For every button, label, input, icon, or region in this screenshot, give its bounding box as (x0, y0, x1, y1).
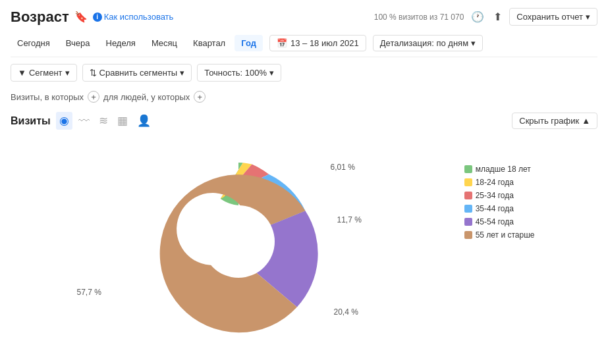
pct-label-55plus: 57,7 % (77, 288, 101, 297)
date-range-picker[interactable]: 📅 13 – 18 июл 2021 (269, 35, 366, 51)
filter-icon: ▼ (18, 68, 26, 78)
chevron-down-icon: ▾ (269, 68, 274, 78)
tab-today[interactable]: Сегодня (11, 35, 57, 51)
chart-type-bar[interactable]: ▦ (114, 112, 131, 130)
tab-quarter[interactable]: Квартал (186, 35, 232, 51)
date-tabs-row: Сегодня Вчера Неделя Месяц Квартал Год 📅… (11, 35, 597, 57)
tab-year[interactable]: Год (235, 35, 263, 51)
chevron-down-icon: ▾ (471, 38, 476, 48)
donut-chart (140, 143, 337, 340)
tab-week[interactable]: Неделя (99, 35, 142, 51)
header: Возраст 🔖 i Как использовать 100 % визит… (11, 8, 597, 26)
page-container: Возраст 🔖 i Как использовать 100 % визит… (0, 0, 608, 355)
legend-color-55plus (464, 231, 472, 239)
pct-label-35-44: 11,7 % (337, 215, 362, 224)
chart-area: 6,01 % 11,7 % 20,4 % 57,7 % младше 18 ле… (11, 136, 597, 347)
segment-filter-button[interactable]: ▼ Сегмент ▾ (11, 64, 77, 82)
save-report-button[interactable]: Сохранить отчет ▾ (509, 8, 597, 26)
header-right: 100 % визитов из 71 070 🕐 ⬆ Сохранить от… (374, 8, 597, 26)
filter-row: ▼ Сегмент ▾ ⇅ Сравнить сегменты ▾ Точнос… (11, 64, 597, 82)
legend-color-25-34 (464, 192, 472, 199)
legend-color-18-24 (464, 178, 472, 186)
info-icon: i (93, 13, 102, 22)
chevron-up-icon: ▲ (582, 116, 590, 126)
chart-type-line[interactable]: 〰 (75, 112, 93, 130)
metric-left: Визиты ◉ 〰 ≋ ▦ 👤 (11, 112, 154, 130)
segment-prefix: Визиты, в которых (11, 92, 84, 102)
history-icon-btn[interactable]: 🕐 (469, 9, 486, 25)
metric-row: Визиты ◉ 〰 ≋ ▦ 👤 Скрыть график ▲ (11, 112, 597, 130)
tab-month[interactable]: Месяц (145, 35, 184, 51)
compare-icon: ⇅ (90, 68, 97, 78)
legend-item-25-34: 25-34 года (464, 191, 535, 200)
add-visit-condition-button[interactable]: + (88, 91, 99, 103)
legend-item-35-44: 35-44 года (464, 204, 535, 213)
legend-item-45-54: 45-54 года (464, 217, 535, 226)
pct-label-45-54: 20,4 % (334, 307, 358, 317)
legend-color-under18 (464, 165, 472, 173)
bookmark-icon[interactable]: 🔖 (74, 11, 88, 23)
segment-row: Визиты, в которых + для людей, у которых… (11, 91, 597, 103)
chart-type-donut[interactable]: ◉ (56, 112, 72, 130)
legend-item-under18: младше 18 лет (464, 165, 535, 174)
calendar-icon: 📅 (277, 38, 287, 48)
export-icon-btn[interactable]: ⬆ (491, 9, 504, 25)
legend-color-45-54 (464, 218, 472, 226)
add-people-condition-button[interactable]: + (194, 91, 206, 103)
segment-middle: для людей, у которых (103, 92, 190, 102)
legend-item-18-24: 18-24 года (464, 178, 535, 187)
chevron-down-icon: ▾ (65, 68, 70, 78)
tab-yesterday[interactable]: Вчера (59, 35, 97, 51)
compare-segments-button[interactable]: ⇅ Сравнить сегменты ▾ (82, 64, 192, 82)
header-left: Возраст 🔖 i Как использовать (11, 9, 173, 26)
how-to-use-link[interactable]: i Как использовать (93, 12, 174, 22)
chevron-down-icon: ▾ (586, 12, 590, 22)
chart-legend: младше 18 лет 18-24 года 25-34 года 35-4… (464, 165, 535, 240)
detail-button[interactable]: Детализация: по дням ▾ (373, 35, 483, 51)
accuracy-button[interactable]: Точность: 100% ▾ (197, 64, 281, 82)
metric-title: Визиты (11, 115, 51, 127)
donut-hole (202, 205, 275, 278)
pct-label-25-34: 6,01 % (331, 163, 355, 172)
chart-type-area[interactable]: ≋ (96, 112, 111, 130)
visits-info: 100 % визитов из 71 070 (374, 13, 464, 22)
legend-color-35-44 (464, 205, 472, 213)
legend-item-55plus: 55 лет и старше (464, 230, 535, 240)
hide-chart-button[interactable]: Скрыть график ▲ (512, 113, 597, 129)
chart-type-buttons: ◉ 〰 ≋ ▦ 👤 (56, 112, 154, 130)
chart-type-table[interactable]: 👤 (134, 112, 154, 130)
chart-container: 6,01 % 11,7 % 20,4 % 57,7 % младше 18 ле… (74, 143, 535, 340)
page-title: Возраст (11, 9, 69, 26)
chevron-down-icon: ▾ (180, 68, 184, 78)
